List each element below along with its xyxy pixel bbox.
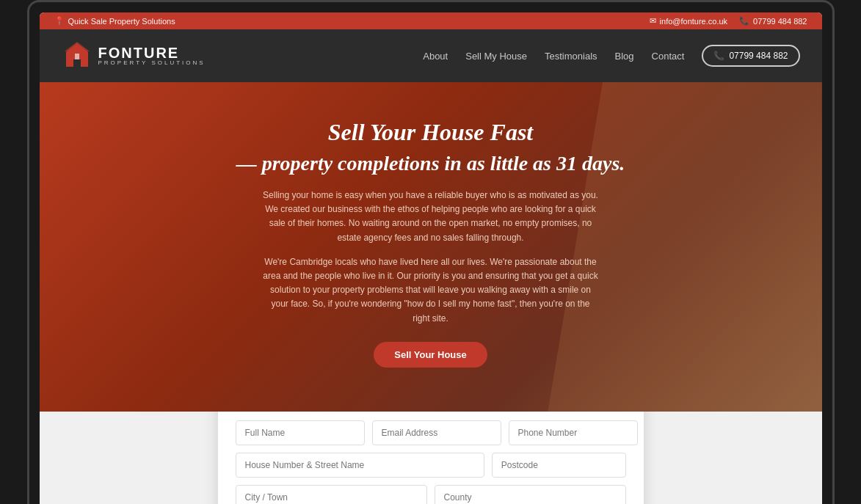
hero-subtitle: — property completions in as little as 3… — [236, 152, 625, 175]
city-input[interactable] — [236, 485, 427, 504]
email-icon: ✉ — [650, 16, 656, 26]
nav-about[interactable]: About — [423, 51, 448, 62]
brand-item: 📍 Quick Sale Property Solutions — [54, 16, 175, 26]
logo-title: FONTURE — [98, 45, 206, 60]
nav-phone-button[interactable]: 📞 07799 484 882 — [702, 45, 799, 67]
top-bar-email: info@fonture.co.uk — [660, 17, 728, 26]
top-bar: 📍 Quick Sale Property Solutions ✉ info@f… — [40, 12, 822, 29]
email-item: ✉ info@fonture.co.uk — [650, 16, 728, 26]
email-input[interactable] — [372, 420, 501, 445]
svg-marker-1 — [65, 42, 90, 51]
phone-item: 📞 07799 484 882 — [739, 16, 807, 26]
logo-text: FONTURE PROPERTY SOLUTIONS — [98, 45, 206, 66]
phone-input[interactable] — [509, 420, 638, 445]
nav-testimonials[interactable]: Testimonials — [545, 51, 597, 62]
logo-svg-icon — [62, 40, 92, 71]
screen-inner: 📍 Quick Sale Property Solutions ✉ info@f… — [40, 12, 822, 504]
nav-blog[interactable]: Blog — [615, 51, 634, 62]
navbar: FONTURE PROPERTY SOLUTIONS About Sell My… — [40, 29, 822, 82]
nav-links: About Sell My House Testimonials Blog Co… — [423, 45, 799, 67]
county-input[interactable] — [435, 485, 626, 504]
hero-cta-button[interactable]: Sell Your House — [374, 342, 487, 368]
postcode-input[interactable] — [492, 453, 626, 478]
laptop-wrapper: 📍 Quick Sale Property Solutions ✉ info@f… — [27, 0, 835, 504]
form-row-3 — [236, 485, 626, 504]
form-row-2 — [236, 453, 626, 478]
nav-contact[interactable]: Contact — [652, 51, 685, 62]
nav-phone-icon: 📞 — [713, 51, 724, 61]
nav-phone-label: 07799 484 882 — [729, 51, 788, 61]
logo-subtitle: PROPERTY SOLUTIONS — [98, 60, 206, 66]
logo-area: FONTURE PROPERTY SOLUTIONS — [62, 40, 206, 71]
top-bar-right: ✉ info@fonture.co.uk 📞 07799 484 882 — [650, 16, 807, 26]
hero-title: Sell Your House Fast — [328, 119, 533, 146]
top-bar-phone: 07799 484 882 — [753, 17, 807, 26]
phone-icon: 📞 — [739, 16, 749, 26]
top-bar-left: 📍 Quick Sale Property Solutions — [54, 16, 175, 26]
full-name-input[interactable] — [236, 420, 365, 445]
home-pin-icon: 📍 — [54, 16, 65, 26]
form-row-1 — [236, 420, 626, 445]
nav-sell[interactable]: Sell My House — [465, 51, 527, 62]
house-street-input[interactable] — [236, 453, 484, 478]
hero-section: Sell Your House Fast — property completi… — [40, 82, 822, 412]
hero-paragraph-1: Selling your home is easy when you have … — [262, 189, 600, 245]
laptop-screen: 📍 Quick Sale Property Solutions ✉ info@f… — [27, 0, 835, 504]
brand-name: Quick Sale Property Solutions — [68, 17, 175, 26]
hero-paragraph-2: We're Cambridge locals who have lived he… — [262, 255, 600, 326]
svg-rect-2 — [75, 54, 79, 59]
form-section: Request A Property Value Call Back — [40, 412, 822, 504]
